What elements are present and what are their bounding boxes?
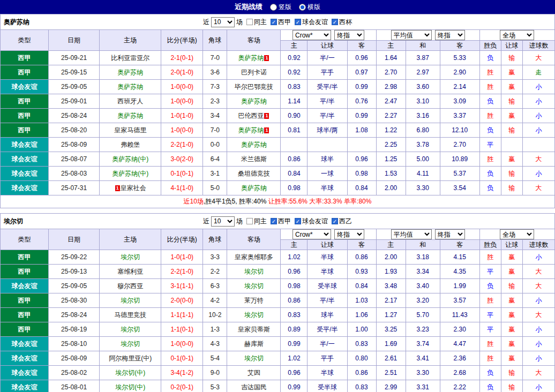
away-team-cell: 巴列卡诺 bbox=[227, 65, 281, 80]
filter-checkbox[interactable]: 同主 bbox=[246, 217, 267, 226]
handicap-odds: 半球 bbox=[308, 181, 347, 195]
away-team-link[interactable]: 皇家奥维耶多 bbox=[235, 253, 273, 261]
away-team-link[interactable]: 巴伦西亚 bbox=[238, 112, 264, 119]
match-count-select[interactable]: 10 bbox=[211, 17, 235, 27]
filter-bar: 埃尔切近10场同主✓西甲✓球会友谊✓西乙 bbox=[0, 213, 555, 229]
final-odds-select[interactable]: 终指 bbox=[334, 30, 364, 40]
score[interactable]: 0-1(0-1) bbox=[161, 351, 203, 366]
score[interactable]: 1-0(0-0) bbox=[161, 337, 203, 351]
away-team-link[interactable]: 巴列卡诺 bbox=[241, 69, 267, 76]
filter-checkbox[interactable]: ✓西杯 bbox=[332, 18, 352, 27]
score[interactable]: 0-1(0-1) bbox=[161, 167, 203, 181]
handicap-odds: 0.83 bbox=[281, 80, 308, 94]
matches-table: 类型日期主场比分(半场)角球客场Crow*终指平均值终指全场主让球客主和客胜负让… bbox=[0, 229, 555, 392]
filter-checkbox[interactable]: ✓球会友谊 bbox=[295, 18, 328, 27]
home-team-link[interactable]: 比利亚雷亚尔 bbox=[111, 54, 149, 62]
result-flag: 胜 bbox=[479, 65, 501, 80]
home-team-link[interactable]: 皇家社会 bbox=[121, 184, 146, 192]
score[interactable]: 4-1(1-0) bbox=[161, 181, 203, 195]
away-team-link[interactable]: 莱万特 bbox=[244, 297, 264, 304]
layout-radio-vertical[interactable]: 竖版 bbox=[270, 3, 291, 12]
filter-checkbox[interactable]: ✓西乙 bbox=[332, 217, 352, 226]
away-team-link[interactable]: 埃尔切 bbox=[244, 282, 264, 290]
home-team-link[interactable]: 塞维利亚 bbox=[117, 268, 143, 275]
home-team-link[interactable]: 埃尔切(中) bbox=[115, 369, 145, 376]
away-team-link[interactable]: 艾因 bbox=[248, 369, 260, 376]
result-flag: 赢 bbox=[501, 351, 522, 366]
filter-checkbox[interactable]: ✓西甲 bbox=[271, 18, 291, 27]
home-team-link[interactable]: 埃尔切 bbox=[121, 340, 140, 348]
column-subheader: 主 bbox=[376, 240, 406, 250]
score[interactable]: 1-1(1-1) bbox=[161, 308, 203, 322]
away-team-link[interactable]: 奥萨苏纳 bbox=[241, 141, 267, 148]
average-odds: 2.25 bbox=[376, 138, 406, 152]
average-select[interactable]: 平均值 bbox=[391, 229, 432, 239]
away-team-link[interactable]: 毕尔巴鄂竞技 bbox=[235, 83, 273, 91]
bookmaker-select[interactable]: Crow* bbox=[292, 30, 331, 40]
final-odds-select[interactable]: 终指 bbox=[334, 229, 364, 239]
match-count-select[interactable]: 10 bbox=[211, 216, 235, 227]
score[interactable]: 1-0(0-0) bbox=[161, 123, 203, 138]
scope-select[interactable]: 全场 bbox=[500, 229, 534, 239]
average-odds: 3.57 bbox=[440, 293, 479, 308]
home-team-link[interactable]: 穆尔西亚 bbox=[117, 282, 143, 290]
away-team-link[interactable]: 奥萨苏纳 bbox=[238, 126, 264, 134]
score[interactable]: 2-1(0-1) bbox=[161, 51, 203, 65]
away-team-link[interactable]: 奥萨苏纳 bbox=[241, 97, 267, 105]
score[interactable]: 2-2(1-0) bbox=[161, 138, 203, 152]
average-odds: 3.41 bbox=[406, 351, 440, 366]
result-flag: 小 bbox=[522, 123, 554, 138]
average-select[interactable]: 平均值 bbox=[391, 30, 432, 40]
away-team-link[interactable]: 奥萨苏纳 bbox=[241, 184, 267, 192]
home-team-link[interactable]: 埃尔切 bbox=[121, 326, 140, 333]
away-team-link[interactable]: 米兰德斯 bbox=[241, 155, 267, 163]
filter-checkbox[interactable]: ✓西甲 bbox=[271, 217, 291, 226]
score[interactable]: 1-0(1-0) bbox=[161, 250, 203, 265]
score[interactable]: 2-2(1-0) bbox=[161, 265, 203, 279]
score[interactable]: 0-2(0-1) bbox=[161, 380, 203, 392]
filter-checkbox[interactable]: 同主 bbox=[246, 18, 267, 27]
avg-final-odds-select[interactable]: 终指 bbox=[435, 229, 465, 239]
home-team-link[interactable]: 埃尔切(中) bbox=[115, 383, 145, 391]
away-team-link[interactable]: 埃尔切 bbox=[244, 355, 264, 362]
home-team-link[interactable]: 皇家马德里 bbox=[114, 126, 146, 134]
home-team-link[interactable]: 弗赖堡 bbox=[121, 141, 140, 148]
average-odds: 2.98 bbox=[376, 80, 406, 94]
score[interactable]: 3-1(1-1) bbox=[161, 279, 203, 293]
average-odds: 3.10 bbox=[406, 94, 440, 109]
bookmaker-select[interactable]: Crow* bbox=[292, 229, 331, 239]
layout-radio-horizontal[interactable]: 横版 bbox=[299, 3, 320, 12]
home-team-link[interactable]: 奥萨苏纳 bbox=[117, 69, 143, 76]
home-team-link[interactable]: 奥萨苏纳 bbox=[117, 112, 143, 119]
home-team-link[interactable]: 西班牙人 bbox=[117, 97, 143, 105]
score[interactable]: 2-0(0-0) bbox=[161, 293, 203, 308]
home-team-link[interactable]: 奥萨苏纳(中) bbox=[112, 170, 148, 177]
filter-checkbox[interactable]: ✓球会友谊 bbox=[295, 217, 328, 226]
home-team-link[interactable]: 奥萨苏纳 bbox=[117, 83, 143, 91]
away-team-link[interactable]: 桑坦德竞技 bbox=[238, 170, 270, 177]
home-team-link[interactable]: 阿尔梅里亚(中) bbox=[109, 355, 152, 362]
avg-final-odds-select[interactable]: 终指 bbox=[435, 30, 465, 40]
home-team-link[interactable]: 埃尔切 bbox=[121, 253, 140, 261]
away-team-link[interactable]: 吉达国民 bbox=[241, 383, 267, 391]
score[interactable]: 1-0(0-0) bbox=[161, 80, 203, 94]
away-team-link[interactable]: 埃尔切 bbox=[244, 311, 264, 319]
score[interactable]: 1-0(0-0) bbox=[161, 94, 203, 109]
home-team-link[interactable]: 马德里竞技 bbox=[114, 311, 146, 319]
result-flag: 平 bbox=[479, 322, 501, 337]
scope-select[interactable]: 全场 bbox=[500, 30, 534, 40]
handicap-odds: 平手 bbox=[308, 65, 347, 80]
score[interactable]: 3-0(2-0) bbox=[161, 152, 203, 167]
odds-source-cell: Crow*终指 bbox=[281, 30, 376, 41]
home-team-link[interactable]: 埃尔切 bbox=[121, 297, 140, 304]
score[interactable]: 1-0(1-0) bbox=[161, 109, 203, 123]
away-team-link[interactable]: 赫库斯 bbox=[244, 340, 264, 348]
away-team-link[interactable]: 奥萨苏纳 bbox=[238, 54, 264, 62]
away-team-link[interactable]: 埃尔切 bbox=[244, 268, 264, 275]
home-team-link[interactable]: 奥萨苏纳(中) bbox=[112, 155, 148, 163]
column-subheader: 主 bbox=[281, 240, 308, 250]
score[interactable]: 1-1(0-1) bbox=[161, 322, 203, 337]
score[interactable]: 3-4(1-2) bbox=[161, 366, 203, 380]
score[interactable]: 2-0(1-0) bbox=[161, 65, 203, 80]
away-team-link[interactable]: 皇家贝蒂斯 bbox=[238, 326, 270, 333]
